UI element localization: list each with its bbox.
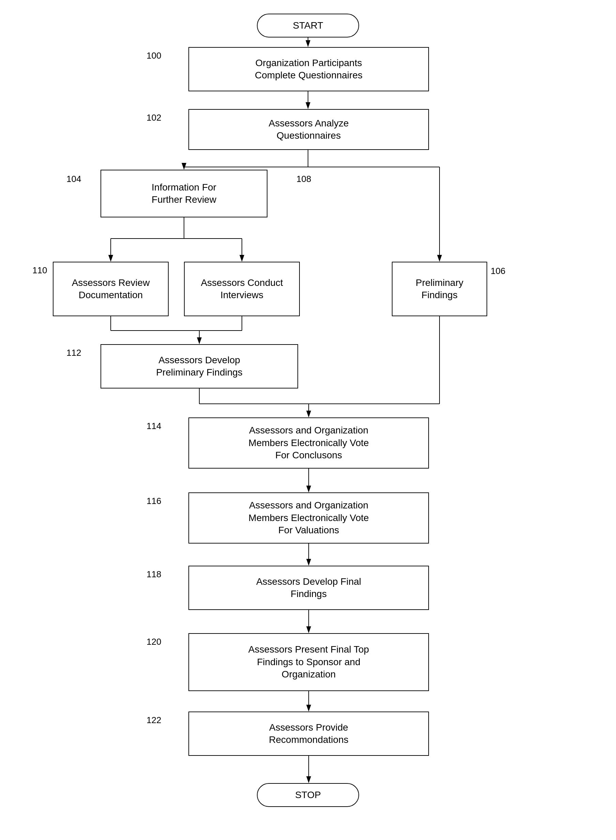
node-116: Assessors and OrganizationMembers Electr…: [188, 492, 429, 543]
node-120: Assessors Present Final TopFindings to S…: [188, 633, 429, 691]
node-100-label: Organization ParticipantsComplete Questi…: [255, 57, 362, 82]
start-node: START: [257, 14, 359, 37]
node-114-label: Assessors and OrganizationMembers Electr…: [248, 424, 369, 461]
node-interviews-label: Assessors ConductInterviews: [201, 277, 283, 302]
node-116-label: Assessors and OrganizationMembers Electr…: [248, 499, 369, 536]
node-110-label: Assessors ReviewDocumentation: [72, 277, 150, 302]
node-106: PreliminaryFindings: [392, 262, 487, 316]
flowchart-container: START 100 Organization ParticipantsCompl…: [0, 0, 616, 840]
node-110: Assessors ReviewDocumentation: [53, 262, 169, 316]
ref-120: 120: [147, 637, 161, 647]
ref-106: 106: [491, 266, 505, 276]
stop-node: STOP: [257, 783, 359, 807]
node-102: Assessors AnalyzeQuestionnaires: [188, 109, 429, 150]
node-106-label: PreliminaryFindings: [416, 277, 463, 302]
node-114: Assessors and OrganizationMembers Electr…: [188, 417, 429, 468]
node-102-label: Assessors AnalyzeQuestionnaires: [269, 117, 349, 142]
node-interviews: Assessors ConductInterviews: [184, 262, 300, 316]
ref-112: 112: [66, 348, 81, 358]
start-label: START: [293, 20, 323, 31]
stop-label: STOP: [295, 790, 321, 800]
node-118-label: Assessors Develop FinalFindings: [256, 576, 361, 601]
node-122-label: Assessors ProvideRecommondations: [269, 721, 348, 746]
node-120-label: Assessors Present Final TopFindings to S…: [248, 643, 369, 680]
ref-118: 118: [147, 569, 161, 580]
ref-116: 116: [147, 496, 161, 507]
ref-104: 104: [66, 174, 81, 184]
node-122: Assessors ProvideRecommondations: [188, 712, 429, 756]
node-100: Organization ParticipantsComplete Questi…: [188, 47, 429, 91]
ref-108: 108: [296, 174, 311, 184]
ref-114: 114: [147, 421, 161, 432]
ref-102: 102: [147, 112, 161, 123]
ref-110: 110: [32, 265, 47, 276]
ref-100: 100: [147, 50, 161, 61]
node-112: Assessors DevelopPreliminary Findings: [101, 344, 298, 388]
node-104: Information ForFurther Review: [101, 170, 267, 217]
node-104-label: Information ForFurther Review: [152, 181, 216, 206]
ref-122: 122: [147, 715, 161, 725]
node-118: Assessors Develop FinalFindings: [188, 566, 429, 610]
node-112-label: Assessors DevelopPreliminary Findings: [156, 354, 243, 379]
